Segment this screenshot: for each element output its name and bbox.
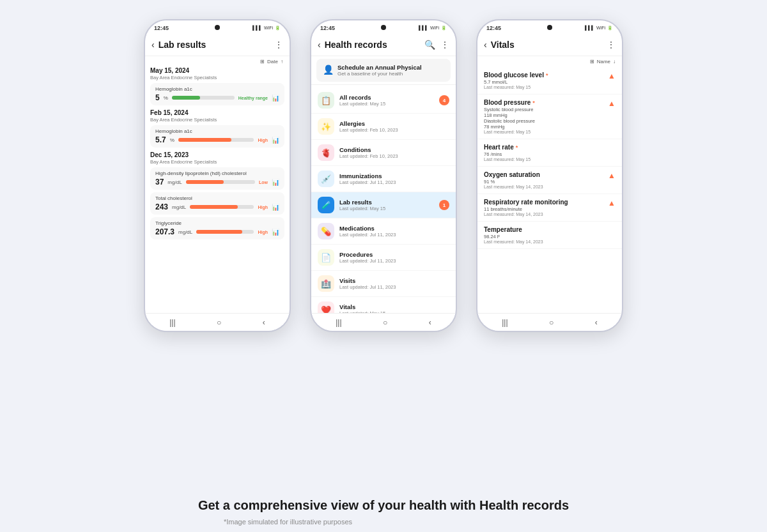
lab-bar-fill — [178, 138, 231, 142]
vital-last: Last measured: May 14, 2023 — [484, 239, 543, 244]
lab-results-content: May 15, 2024 Bay Area Endocrine Speciali… — [145, 67, 290, 313]
lab-item-hba1c-feb[interactable]: Hemoglobin a1c 5.7 % High 📊 — [150, 125, 284, 148]
chart-icon[interactable]: 📊 — [272, 95, 279, 102]
lab-group-1: May 15, 2024 Bay Area Endocrine Speciali… — [150, 67, 284, 105]
vital-respiratory[interactable]: Respiratory rate monitoring 11 breaths/m… — [477, 194, 622, 222]
vital-detail: 91 % — [484, 179, 543, 185]
record-name: Visits — [339, 277, 449, 284]
sort-label[interactable]: Date — [267, 59, 278, 65]
sort-desc-icon[interactable]: ↓ — [613, 59, 616, 65]
phone1-time: 12:45 — [154, 25, 169, 31]
schedule-title: Schedule an Annual Physical — [337, 64, 422, 71]
vital-name: Temperature — [484, 226, 543, 233]
phone3-sort-bar: ⊞ Name ↓ — [477, 56, 622, 67]
phone2-header: ‹ Health records 🔍 ⋮ — [311, 33, 456, 56]
chart-icon[interactable]: 📊 — [272, 179, 279, 186]
vital-systolic: 118 mmHg — [484, 112, 535, 118]
phone1-sort-bar: ⊞ Date ↑ — [145, 56, 290, 67]
record-item-allergies[interactable]: ✨ Allergies Last updated: Feb 10, 2023 — [311, 114, 456, 140]
lab-item-triglyceride[interactable]: Triglyceride 207.3 mg/dL High 📊 — [150, 217, 284, 239]
nav-recent-icon[interactable]: ||| — [502, 318, 507, 327]
all-records-icon-wrap: 📋 — [318, 92, 334, 109]
record-item-vitals[interactable]: ❤️ Vitals Last updated: May 15 — [311, 297, 456, 313]
more-options-icon[interactable]: ⋮ — [440, 40, 449, 50]
back-icon[interactable]: ‹ — [151, 40, 155, 50]
vital-oxygen[interactable]: Oxygen saturation 91 % Last measured: Ma… — [477, 167, 622, 194]
lab-date-3: Dec 15, 2023 — [150, 151, 284, 158]
vital-name: Respiratory rate monitoring — [484, 199, 568, 206]
vital-last: Last measured: May 15 — [484, 85, 548, 89]
lab-status: Low — [259, 180, 268, 185]
lab-value: 5 — [155, 93, 160, 102]
wifi-icon: WiFi — [430, 26, 439, 31]
lab-item-hba1c-may[interactable]: Hemoglobin a1c 5 % Healthy range 📊 — [150, 83, 284, 105]
record-name: All records — [339, 94, 434, 101]
nav-recent-icon[interactable]: ||| — [336, 318, 341, 327]
back-icon[interactable]: ‹ — [484, 40, 487, 50]
sort-label[interactable]: Name — [597, 59, 610, 65]
schedule-banner[interactable]: 👤 Schedule an Annual Physical Get a base… — [316, 59, 451, 82]
vitals-icon: ❤️ — [321, 305, 331, 314]
chart-icon[interactable]: 📊 — [272, 204, 279, 211]
lab-date-1: May 15, 2024 — [150, 67, 284, 74]
phone3-status-icons: ▌▌▌ WiFi 🔋 — [585, 26, 613, 31]
phone1: 12:45 ▌▌▌ WiFi 🔋 ‹ Lab results ⋮ — [144, 19, 291, 332]
record-text: Lab results Last updated: May 15 — [339, 199, 434, 211]
lab-bar-fill — [196, 230, 242, 234]
record-item-medications[interactable]: 💊 Medications Last updated: Jul 11, 2023 — [311, 218, 456, 245]
health-records-content: 👤 Schedule an Annual Physical Get a base… — [311, 56, 456, 313]
nav-back-icon[interactable]: ‹ — [595, 318, 598, 327]
more-options-icon[interactable]: ⋮ — [607, 40, 616, 50]
more-options-icon[interactable]: ⋮ — [274, 40, 283, 50]
nav-back-icon[interactable]: ‹ — [263, 318, 265, 327]
filter-icon[interactable]: ⊞ — [260, 59, 265, 65]
lab-item-total-cholesterol[interactable]: Total cholesterol 243 mg/dL High 📊 — [150, 192, 284, 215]
phone2-time: 12:45 — [320, 25, 335, 31]
lab-group-2: Feb 15, 2024 Bay Area Endocrine Speciali… — [150, 109, 284, 148]
nav-back-icon[interactable]: ‹ — [429, 318, 431, 327]
vital-heart-rate[interactable]: Heart rate* 76 /mins Last measured: May … — [477, 139, 622, 167]
record-item-lab-results[interactable]: 🧪 Lab results Last updated: May 15 1 — [311, 192, 456, 218]
phone3-title: Vitals — [491, 40, 603, 50]
sort-asc-icon[interactable]: ↑ — [281, 59, 283, 65]
battery-icon: 🔋 — [441, 26, 447, 31]
visits-icon: 🏥 — [321, 279, 331, 289]
filter-icon[interactable]: ⊞ — [590, 59, 594, 65]
nav-home-icon[interactable]: ○ — [383, 318, 387, 327]
warning-icon: ▲ — [608, 199, 616, 208]
vital-name: Blood glucose level * — [484, 72, 548, 79]
nav-home-icon[interactable]: ○ — [217, 318, 221, 327]
nav-home-icon[interactable]: ○ — [549, 318, 554, 327]
lab-item-hdl[interactable]: High-density lipoprotein (hdl) cholester… — [150, 167, 284, 190]
search-icon[interactable]: 🔍 — [424, 40, 435, 50]
record-updated: Last updated: May 15 — [339, 101, 434, 107]
record-item-visits[interactable]: 🏥 Visits Last updated: Jul 11, 2023 — [311, 271, 456, 297]
phone1-status-icons: ▌▌▌ WiFi 🔋 — [252, 26, 281, 31]
lab-unit: mg/dL — [167, 179, 182, 185]
chart-icon[interactable]: 📊 — [272, 137, 279, 144]
record-updated: Last updated: Jul 11, 2023 — [339, 179, 449, 185]
record-item-all[interactable]: 📋 All records Last updated: May 15 4 — [311, 87, 456, 114]
vital-blood-pressure[interactable]: Blood pressure* Systolic blood pressure … — [477, 95, 622, 139]
vital-diastolic: 78 mmHg — [484, 124, 535, 130]
record-item-procedures[interactable]: 📄 Procedures Last updated: Jul 11, 2023 — [311, 245, 456, 271]
procedures-icon-wrap: 📄 — [318, 249, 334, 266]
back-icon[interactable]: ‹ — [318, 40, 321, 50]
nav-recent-icon[interactable]: ||| — [169, 318, 175, 327]
chart-icon[interactable]: 📊 — [272, 229, 279, 236]
vital-blood-glucose[interactable]: Blood glucose level * 5.7 mmol/L Last me… — [477, 67, 622, 95]
lab-results-icon: 🧪 — [322, 201, 331, 209]
vital-diastolic-label: Diastolic blood pressure — [484, 118, 535, 124]
record-item-immunizations[interactable]: 💉 Immunizations Last updated: Jul 11, 20… — [311, 166, 456, 192]
vital-temperature[interactable]: Temperature 98.24 F Last measured: May 1… — [477, 222, 622, 249]
warning-icon: ▲ — [608, 171, 616, 180]
divider — [311, 84, 456, 85]
lab-bar — [190, 205, 254, 209]
phone1-title: Lab results — [159, 40, 270, 50]
wifi-icon: WiFi — [264, 26, 273, 31]
vital-name: Blood pressure* — [484, 99, 535, 106]
phone2-header-icons: 🔍 ⋮ — [424, 40, 449, 50]
record-item-conditions[interactable]: 🫀 Conditions Last updated: Feb 10, 2023 — [311, 140, 456, 166]
record-name: Immunizations — [339, 172, 449, 179]
vital-name: Oxygen saturation — [484, 171, 543, 178]
